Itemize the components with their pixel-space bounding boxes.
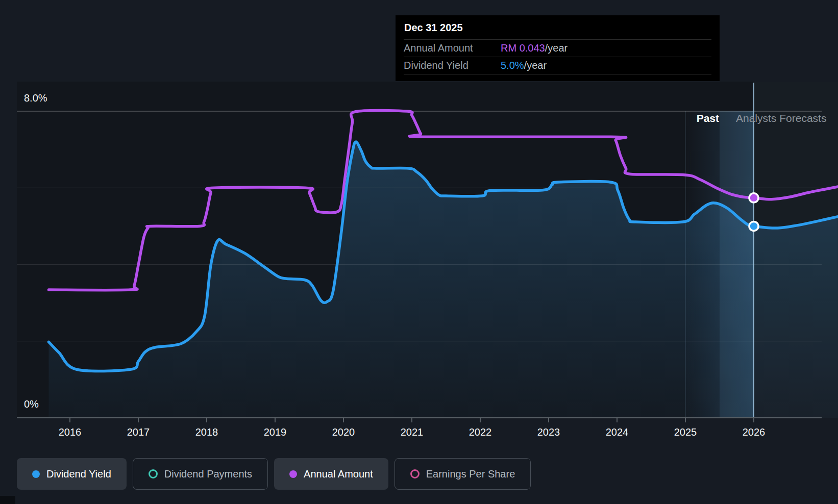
- x-axis-label-2023: 2023: [528, 426, 569, 438]
- y-axis-label-0pct: 0%: [24, 398, 39, 410]
- chart-legend: Dividend YieldDividend PaymentsAnnual Am…: [17, 458, 531, 490]
- legend-pill-dividend-yield[interactable]: Dividend Yield: [17, 458, 127, 490]
- tooltip-row-suffix: /year: [545, 42, 568, 54]
- x-axis-label-2026: 2026: [733, 426, 774, 438]
- legend-pill-label: Annual Amount: [304, 468, 373, 480]
- annual-amount-marker[interactable]: [749, 193, 758, 203]
- x-axis-label-2021: 2021: [391, 426, 432, 438]
- tooltip-row-annual-amount: Annual AmountRM 0.043/year: [404, 40, 711, 57]
- earnings-per-share-series-icon: [410, 469, 420, 478]
- tooltip-row-value: RM 0.043: [501, 42, 545, 54]
- x-axis-label-2022: 2022: [460, 426, 501, 438]
- analysts-forecast-label: Analysts Forecasts: [736, 112, 826, 124]
- legend-pill-earnings-per-share[interactable]: Earnings Per Share: [395, 458, 531, 490]
- legend-pill-dividend-payments[interactable]: Dividend Payments: [133, 458, 268, 490]
- x-axis-label-2018: 2018: [186, 426, 227, 438]
- tooltip-row-value: 5.0%: [501, 60, 524, 71]
- dividend-payments-series-icon: [149, 469, 158, 478]
- dividend-yield-marker[interactable]: [749, 221, 758, 231]
- dividend-chart-page: Dec 31 2025 Annual AmountRM 0.043/yearDi…: [0, 0, 838, 504]
- tooltip-date: Dec 31 2025: [404, 15, 711, 40]
- x-axis-label-2020: 2020: [323, 426, 364, 438]
- x-axis-label-2017: 2017: [118, 426, 159, 438]
- tooltip-row-dividend-yield: Dividend Yield5.0%/year: [404, 57, 711, 74]
- tooltip-row-label: Annual Amount: [404, 42, 501, 54]
- corner-notch: [0, 496, 15, 504]
- chart-tooltip: Dec 31 2025 Annual AmountRM 0.043/yearDi…: [396, 15, 720, 81]
- past-label: Past: [658, 112, 719, 124]
- dividend-yield-series-icon: [32, 470, 40, 478]
- legend-pill-annual-amount[interactable]: Annual Amount: [274, 458, 388, 490]
- legend-pill-label: Dividend Payments: [164, 468, 252, 480]
- forecast-region-tint: [754, 82, 838, 418]
- x-axis-label-2016: 2016: [50, 426, 90, 438]
- y-axis-label-8pct: 8.0%: [24, 92, 47, 104]
- x-axis-label-2024: 2024: [597, 426, 637, 438]
- legend-pill-label: Dividend Yield: [46, 468, 111, 480]
- legend-pill-label: Earnings Per Share: [426, 468, 515, 480]
- tooltip-row-suffix: /year: [524, 60, 547, 71]
- x-axis-label-2025: 2025: [665, 426, 706, 438]
- x-axis-label-2019: 2019: [255, 426, 295, 438]
- annual-amount-series-icon: [289, 470, 297, 478]
- tooltip-row-label: Dividend Yield: [404, 60, 501, 71]
